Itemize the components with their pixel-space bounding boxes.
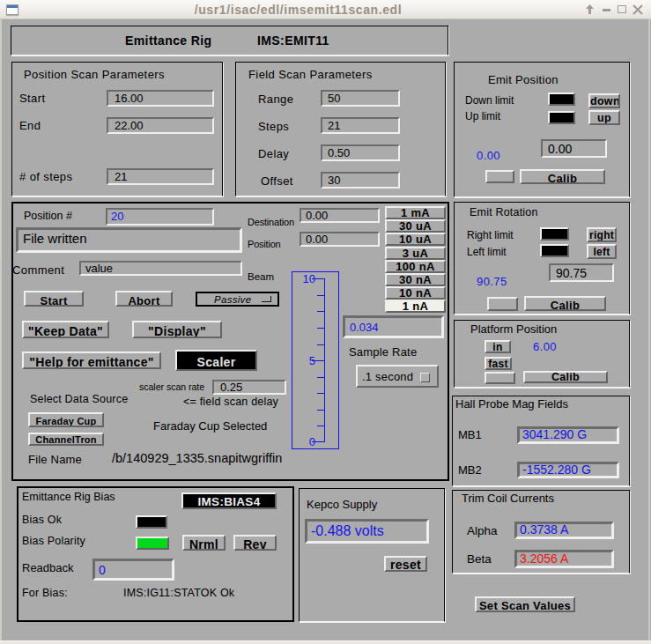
svg-text:10: 10: [303, 272, 315, 285]
svg-text:0: 0: [309, 435, 315, 448]
svg-text:5: 5: [309, 354, 315, 367]
